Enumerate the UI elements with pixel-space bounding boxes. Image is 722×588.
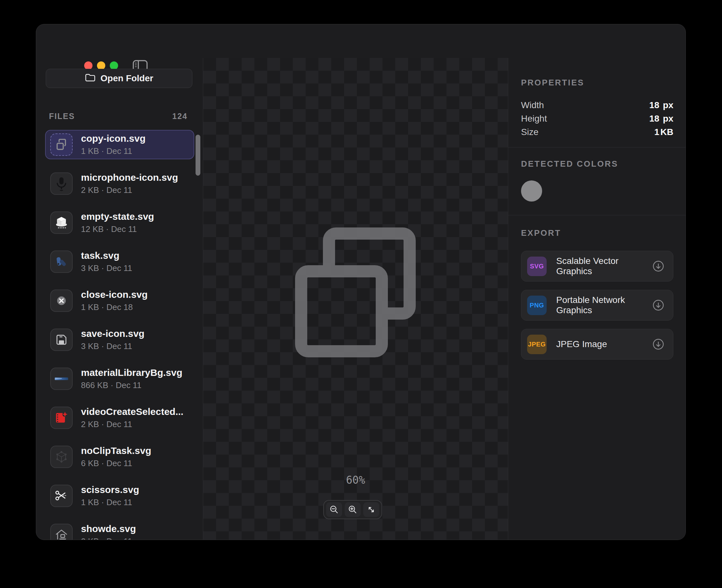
format-label: Scalable Vector Graphics (556, 256, 651, 276)
property-label: Size (521, 127, 538, 137)
file-list-item[interactable]: materialLibraryBg.svg866 KB · Dec 11 (45, 364, 194, 394)
close-icon (50, 290, 73, 312)
preview-canvas: 60% (203, 58, 508, 540)
file-name: microphone-icon.svg (81, 172, 178, 183)
file-list-item[interactable]: copy-icon.svg1 KB · Dec 11 (45, 130, 194, 159)
app-window: SVGee Open Folder FILES 124 copy-icon.sv… (36, 24, 686, 540)
folder-icon (85, 72, 96, 84)
color-swatch[interactable] (521, 181, 542, 202)
divider (508, 215, 686, 215)
titlebar: SVGee (36, 24, 685, 58)
files-header-label: FILES (49, 112, 75, 121)
properties-rows: Width18pxHeight18pxSize1KB (521, 99, 673, 139)
file-name: materialLibraryBg.svg (81, 367, 182, 378)
file-meta: 1 KB · Dec 18 (81, 302, 147, 312)
open-folder-label: Open Folder (101, 73, 153, 84)
open-folder-button[interactable]: Open Folder (46, 69, 192, 88)
property-value: 18px (644, 100, 673, 110)
inspector-panel: PROPERTIES Width18pxHeight18pxSize1KB DE… (508, 58, 686, 540)
house-icon (50, 524, 73, 540)
format-label: JPEG Image (556, 339, 651, 349)
file-list-item[interactable]: close-icon.svg1 KB · Dec 18 (45, 286, 194, 315)
property-label: Width (521, 100, 544, 110)
file-list-item[interactable]: showde.svg2 KB · Dec 11 (45, 520, 194, 540)
property-label: Height (521, 113, 547, 124)
download-icon[interactable] (651, 337, 665, 351)
copy-icon (50, 133, 73, 156)
material-stripe (50, 368, 73, 390)
microphone-icon (50, 172, 73, 195)
empty-state-illustration (50, 211, 73, 234)
file-name: task.svg (81, 250, 132, 261)
files-header: FILES 124 (49, 112, 188, 121)
file-meta: 2 KB · Dec 11 (81, 537, 136, 540)
file-meta: 1 KB · Dec 11 (81, 146, 146, 156)
zoom-in-button[interactable] (345, 502, 361, 517)
file-name: save-icon.svg (81, 328, 144, 339)
detected-colors-header: DETECTED COLORS (521, 159, 673, 169)
file-list-item[interactable]: scissors.svg1 KB · Dec 11 (45, 481, 194, 510)
format-badge: JPEG (527, 335, 546, 354)
file-list: copy-icon.svg1 KB · Dec 11microphone-ico… (45, 130, 194, 540)
format-badge: PNG (527, 296, 546, 315)
property-row: Size1KB (521, 125, 673, 139)
file-meta: 12 KB · Dec 11 (81, 224, 154, 234)
zoom-level-label: 60% (308, 474, 404, 486)
file-list-item[interactable]: noClipTask.svg6 KB · Dec 11 (45, 442, 194, 471)
property-value: 1KB (644, 127, 673, 137)
export-format-row[interactable]: JPEGJPEG Image (521, 329, 673, 360)
download-icon[interactable] (651, 298, 665, 312)
zoom-controls (323, 500, 382, 519)
files-count-badge: 124 (172, 112, 188, 121)
export-header: EXPORT (521, 228, 673, 238)
task-icon (50, 251, 73, 273)
file-list-item[interactable]: videoCreateSelected...2 KB · Dec 11 (45, 403, 194, 433)
file-name: videoCreateSelected... (81, 406, 183, 417)
video-create-icon (50, 406, 73, 429)
format-badge: SVG (527, 256, 546, 276)
file-list-item[interactable]: save-icon.svg3 KB · Dec 11 (45, 325, 194, 355)
file-list-item[interactable]: empty-state.svg12 KB · Dec 11 (45, 208, 194, 237)
file-name: showde.svg (81, 523, 136, 534)
scissors-icon (50, 485, 73, 507)
properties-header: PROPERTIES (521, 78, 673, 88)
file-name: noClipTask.svg (81, 445, 151, 456)
zoom-out-button[interactable] (326, 502, 342, 517)
file-meta: 2 KB · Dec 11 (81, 419, 183, 429)
file-meta: 3 KB · Dec 11 (81, 263, 132, 273)
export-format-row[interactable]: PNGPortable Network Graphics (521, 290, 673, 320)
file-meta: 1 KB · Dec 11 (81, 498, 139, 507)
save-icon (50, 329, 73, 351)
file-name: copy-icon.svg (81, 133, 146, 144)
color-swatches (521, 181, 673, 202)
format-label: Portable Network Graphics (556, 295, 651, 315)
file-list-item[interactable]: task.svg3 KB · Dec 11 (45, 247, 194, 276)
sidebar-scrollbar-thumb[interactable] (195, 135, 200, 176)
export-format-row[interactable]: SVGScalable Vector Graphics (521, 251, 673, 281)
fit-to-screen-button[interactable] (363, 502, 379, 517)
property-row: Height18px (521, 112, 673, 125)
file-list-item[interactable]: microphone-icon.svg2 KB · Dec 11 (45, 169, 194, 198)
copy-icon-preview (282, 215, 430, 366)
export-rows: SVGScalable Vector GraphicsPNGPortable N… (521, 251, 673, 360)
file-name: empty-state.svg (81, 211, 154, 222)
file-meta: 866 KB · Dec 11 (81, 380, 182, 390)
file-name: scissors.svg (81, 484, 139, 495)
cube-icon (50, 446, 73, 468)
file-name: close-icon.svg (81, 289, 147, 300)
divider (508, 147, 686, 147)
sidebar: Open Folder FILES 124 copy-icon.svg1 KB … (36, 58, 203, 540)
download-icon[interactable] (651, 259, 665, 273)
property-row: Width18px (521, 99, 673, 112)
file-meta: 3 KB · Dec 11 (81, 341, 144, 351)
file-meta: 2 KB · Dec 11 (81, 185, 178, 195)
file-meta: 6 KB · Dec 11 (81, 458, 151, 468)
property-value: 18px (644, 113, 673, 124)
